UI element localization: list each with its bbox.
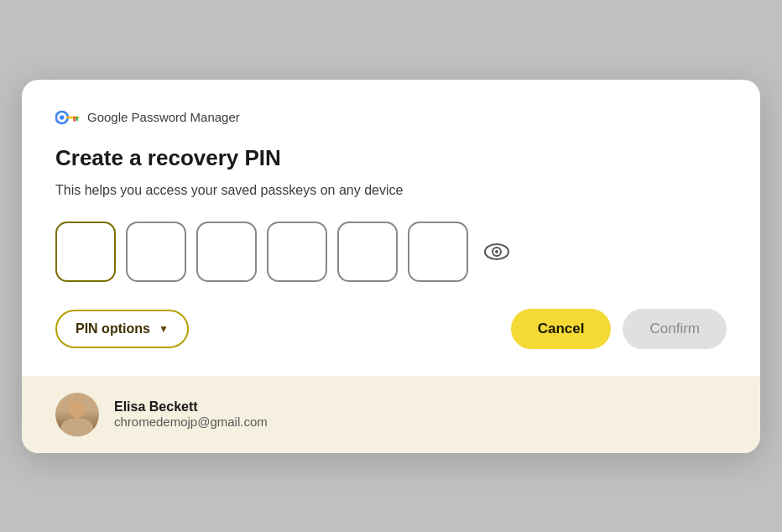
chevron-down-icon: ▼	[159, 323, 169, 335]
svg-point-1	[60, 115, 64, 119]
recovery-pin-dialog: Google Password Manager Create a recover…	[22, 80, 760, 453]
pin-box-2[interactable]	[126, 222, 186, 282]
cancel-button[interactable]: Cancel	[511, 309, 612, 349]
avatar	[55, 393, 99, 436]
pin-box-1[interactable]	[55, 222, 116, 282]
pin-options-label: PIN options	[76, 321, 150, 336]
pin-input-row	[55, 222, 727, 282]
google-password-manager-icon	[55, 110, 79, 125]
pin-options-button[interactable]: PIN options ▼	[55, 310, 189, 348]
user-name: Elisa Beckett	[114, 399, 268, 415]
dialog-header: Google Password Manager	[55, 110, 727, 125]
confirm-button[interactable]: Confirm	[623, 309, 727, 349]
user-info: Elisa Beckett chromedemojp@gmail.com	[114, 399, 268, 429]
svg-point-7	[495, 250, 498, 253]
actions-row: PIN options ▼ Cancel Confirm	[55, 309, 727, 349]
pin-box-6[interactable]	[408, 222, 468, 282]
pin-box-5[interactable]	[337, 222, 398, 282]
user-email: chromedemojp@gmail.com	[114, 415, 268, 429]
pin-box-4[interactable]	[267, 222, 327, 282]
user-footer: Elisa Beckett chromedemojp@gmail.com	[22, 376, 760, 453]
pin-box-3[interactable]	[196, 222, 257, 282]
dialog-title: Create a recovery PIN	[55, 145, 727, 171]
header-title: Google Password Manager	[87, 110, 240, 124]
toggle-visibility-button[interactable]	[482, 237, 512, 267]
right-buttons: Cancel Confirm	[511, 309, 727, 349]
dialog-subtitle: This helps you access your saved passkey…	[55, 183, 727, 198]
